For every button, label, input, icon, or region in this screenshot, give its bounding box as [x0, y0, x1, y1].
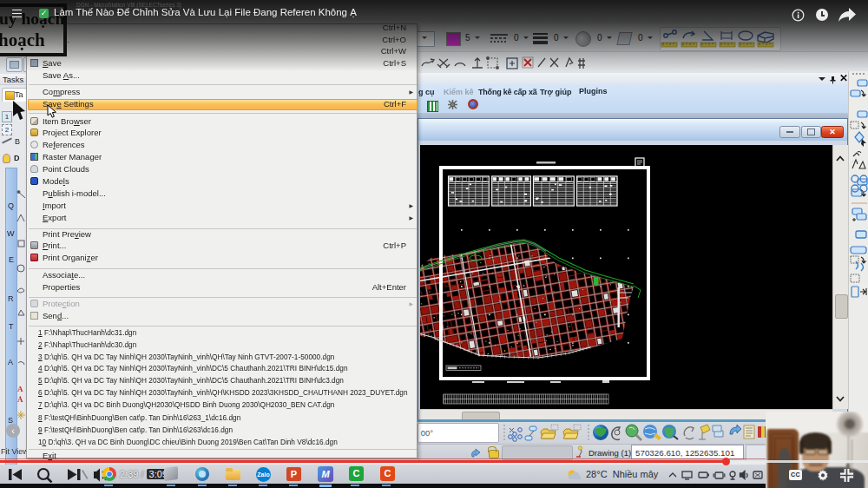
svg-text:A: A — [17, 385, 23, 393]
svg-text:Ȧ: Ȧ — [17, 395, 23, 404]
